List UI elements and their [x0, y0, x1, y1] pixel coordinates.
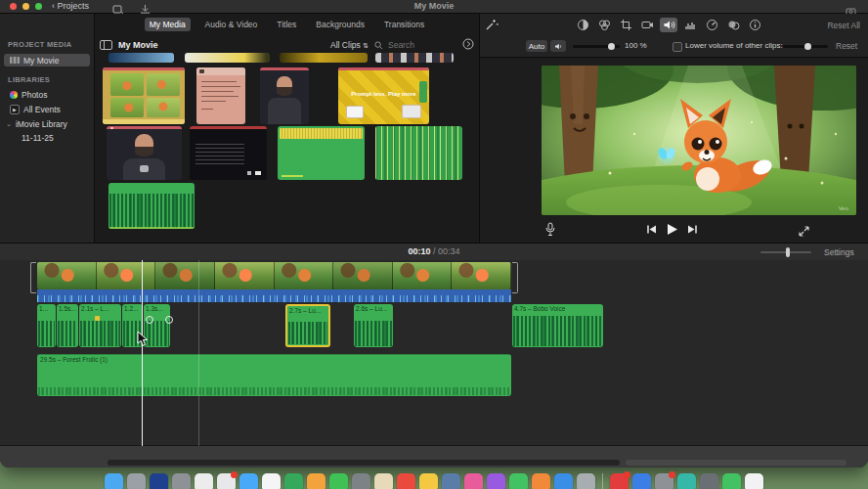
- fade-handle[interactable]: [165, 316, 173, 324]
- tab-audio-video[interactable]: Audio & Video: [200, 18, 263, 31]
- sidebar-item-imovie-library[interactable]: ⌄ iMovie Library: [4, 117, 90, 130]
- playhead[interactable]: [142, 260, 143, 446]
- zoom-slider-knob[interactable]: [786, 247, 790, 257]
- audio-clip[interactable]: 1...: [37, 304, 56, 347]
- sidebar-toggle-icon[interactable]: [100, 36, 112, 54]
- horizontal-scrollbar[interactable]: [108, 460, 620, 466]
- dock-app-icon[interactable]: [577, 473, 595, 489]
- fade-handle[interactable]: [146, 316, 153, 324]
- media-thumbnail[interactable]: [185, 53, 270, 63]
- dock-app-icon[interactable]: [284, 473, 303, 489]
- audio-clip-bobo-voice[interactable]: 4.7s – Bobo Voice: [512, 304, 603, 347]
- sidebar-item-photos[interactable]: Photos: [4, 88, 90, 101]
- dock-app-icon[interactable]: [632, 473, 651, 489]
- video-clip-filmstrip[interactable]: [37, 262, 511, 289]
- beat-marker[interactable]: [95, 316, 100, 321]
- enhance-wand-icon[interactable]: [485, 18, 499, 35]
- dock-app-icon[interactable]: [329, 473, 348, 489]
- tab-titles[interactable]: Titles: [272, 18, 301, 31]
- dock-app-icon[interactable]: [700, 473, 718, 489]
- search-field[interactable]: [374, 36, 456, 54]
- dock-app-icon[interactable]: [610, 473, 629, 489]
- auto-volume-button[interactable]: Auto: [526, 40, 547, 52]
- clip-filter-dropdown[interactable]: All Clips ⇅: [330, 40, 369, 50]
- dock-app-icon[interactable]: [487, 473, 505, 489]
- noise-reduction-icon[interactable]: [681, 18, 699, 32]
- dock-app-icon[interactable]: [195, 473, 213, 489]
- tab-transitions[interactable]: Transitions: [379, 18, 429, 31]
- record-voiceover-icon[interactable]: [544, 222, 556, 241]
- dock-app-icon[interactable]: [105, 473, 123, 489]
- dock-app-icon[interactable]: [262, 473, 281, 489]
- media-thumbnail[interactable]: [108, 53, 174, 63]
- fullscreen-icon[interactable]: [798, 224, 810, 242]
- video-audio-waveform[interactable]: [37, 289, 511, 302]
- filters-icon[interactable]: [724, 18, 742, 32]
- dock-app-icon[interactable]: [172, 473, 191, 489]
- dock-app-icon[interactable]: [442, 473, 460, 489]
- previous-frame-button[interactable]: [646, 224, 657, 235]
- dock-app-icon[interactable]: [677, 473, 696, 489]
- mute-button[interactable]: [550, 40, 566, 52]
- crop-icon[interactable]: [617, 18, 634, 32]
- dock-app-icon[interactable]: [745, 473, 763, 489]
- audio-clip[interactable]: 1.5s...: [57, 304, 78, 347]
- dock-app-icon[interactable]: [239, 473, 258, 489]
- audio-clip[interactable]: 2.1s – L...: [79, 304, 121, 347]
- dock-app-icon[interactable]: [352, 473, 370, 489]
- timeline-settings-button[interactable]: Settings: [824, 247, 854, 257]
- sidebar-item-all-events[interactable]: ▶ All Events: [4, 103, 90, 115]
- color-correction-icon[interactable]: [595, 18, 613, 32]
- media-thumbnail[interactable]: [375, 53, 454, 63]
- speed-icon[interactable]: [703, 18, 720, 32]
- stabilization-icon[interactable]: [638, 18, 656, 32]
- dock-app-icon[interactable]: [374, 473, 393, 489]
- dock-app-icon[interactable]: [307, 473, 326, 489]
- media-thumbnail-webcam[interactable]: [260, 67, 309, 124]
- sidebar-item-event-11-11-25[interactable]: 11-11-25: [4, 131, 90, 144]
- media-thumbnail-terminal[interactable]: [190, 126, 267, 180]
- info-icon[interactable]: [746, 18, 763, 32]
- timeline-zoom-slider[interactable]: [760, 251, 811, 253]
- media-thumbnail-audio[interactable]: [278, 126, 365, 180]
- play-button[interactable]: [666, 223, 678, 236]
- clip-volume-slider[interactable]: [573, 45, 620, 48]
- media-thumbnail-editor-screen[interactable]: [103, 67, 185, 124]
- media-thumbnail-audio[interactable]: [375, 126, 462, 180]
- dock-app-icon[interactable]: [532, 473, 550, 489]
- hide-browser-icon[interactable]: [462, 36, 474, 54]
- search-input[interactable]: [386, 39, 453, 51]
- reset-volume-button[interactable]: Reset: [836, 41, 857, 51]
- dock-app-icon[interactable]: [419, 473, 438, 489]
- next-frame-button[interactable]: [687, 224, 698, 235]
- media-thumbnail-slide[interactable]: Prompt less, Play more: [338, 67, 429, 124]
- dock-app-icon[interactable]: [655, 473, 673, 489]
- lower-volume-checkbox[interactable]: [673, 42, 682, 52]
- media-thumbnail-audio[interactable]: [108, 183, 195, 229]
- dock-app-icon[interactable]: [127, 473, 146, 489]
- chevron-down-icon[interactable]: ⌄: [6, 120, 12, 128]
- tab-backgrounds[interactable]: Backgrounds: [311, 18, 369, 31]
- dock-app-icon[interactable]: [464, 473, 483, 489]
- sidebar-item-my-movie[interactable]: My Movie: [4, 54, 90, 67]
- media-thumbnail[interactable]: [280, 53, 368, 63]
- dock-app-icon[interactable]: [217, 473, 236, 489]
- audio-clip-selected[interactable]: 2.7s – Lu...: [285, 304, 330, 347]
- color-balance-icon[interactable]: [574, 18, 591, 32]
- background-music-clip[interactable]: 29.5s – Forest Frolic (1): [37, 354, 511, 396]
- other-clips-slider-knob[interactable]: [804, 43, 811, 50]
- dock-app-icon[interactable]: [554, 473, 573, 489]
- media-thumbnail-webcam[interactable]: [107, 126, 182, 180]
- volume-icon[interactable]: [660, 18, 677, 32]
- other-clips-volume-slider[interactable]: [783, 45, 828, 48]
- audio-clip[interactable]: 2.6s – Lu...: [354, 304, 393, 347]
- reset-all-button[interactable]: Reset All: [827, 21, 860, 30]
- media-thumbnail-notes[interactable]: [196, 67, 245, 124]
- dock-app-icon[interactable]: [509, 473, 528, 489]
- movie-start-bracket: [30, 262, 36, 293]
- volume-slider-knob[interactable]: [608, 43, 615, 50]
- dock-app-icon[interactable]: [397, 473, 415, 489]
- dock-app-icon[interactable]: [150, 473, 168, 489]
- dock-app-icon[interactable]: [722, 473, 741, 489]
- tab-my-media[interactable]: My Media: [145, 18, 191, 31]
